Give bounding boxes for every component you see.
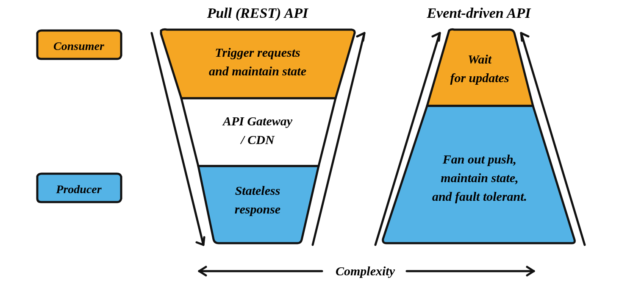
role-producer-tag: Producer [37,174,121,202]
left-top-line2: and maintain state [209,64,306,78]
right-pyramid: Wait for updates Fan out push, maintain … [383,29,575,243]
diagram-canvas: Consumer Producer Pull (REST) API Event-… [0,0,644,294]
right-title: Event-driven API [426,5,531,21]
complexity-label: Complexity [336,264,395,278]
left-funnel: Trigger requests and maintain state API … [161,29,355,243]
role-consumer-label: Consumer [53,39,105,53]
right-top-line1: Wait [468,52,492,66]
role-producer-label: Producer [56,183,102,196]
left-bot-line2: response [235,202,280,216]
left-title: Pull (REST) API [207,5,309,21]
right-bot-line2: maintain state, [441,171,518,185]
left-mid-line2: / CDN [240,133,275,147]
left-top-line1: Trigger requests [215,45,300,59]
role-consumer-tag: Consumer [37,31,121,59]
left-bot-line1: Stateless [235,183,280,197]
right-bot-line3: and fault tolerant. [432,189,527,203]
right-bot-line1: Fan out push, [442,152,516,166]
left-mid-line1: API Gateway [222,114,293,128]
right-top-line2: for updates [450,71,509,85]
